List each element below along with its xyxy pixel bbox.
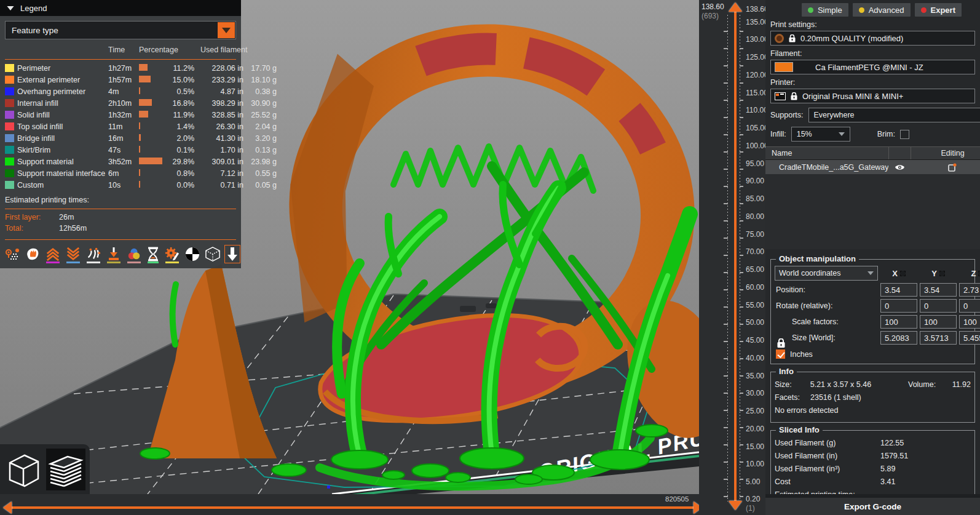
manip-value-input[interactable]: 3.5713 — [920, 331, 957, 345]
edit-object-icon[interactable] — [911, 163, 980, 172]
layer-tick-label: 45.00 — [746, 336, 764, 345]
manip-value-input[interactable]: 100 — [920, 315, 957, 329]
eye-icon[interactable] — [888, 164, 911, 171]
layer-slider-bottom-handle[interactable] — [729, 501, 742, 510]
manip-value-input[interactable]: 100 — [959, 315, 980, 329]
feature-percentage-bar — [139, 64, 162, 73]
seams-icon[interactable] — [86, 246, 101, 262]
manip-value-input[interactable]: 2.73 — [959, 283, 980, 297]
object-row[interactable]: CradleTMobile_...a5G_Gateway.stl — [765, 160, 980, 174]
inches-checkbox[interactable] — [776, 349, 785, 359]
color-changes-icon[interactable] — [127, 246, 141, 262]
pause-prints-icon[interactable] — [147, 246, 159, 262]
mode-button-expert[interactable]: Expert — [915, 3, 962, 17]
feature-filament-in: 0.71 in — [197, 181, 243, 190]
layer-tick-label: 40.00 — [746, 354, 764, 362]
axis-icon — [939, 271, 945, 276]
coordinates-select[interactable]: World coordinates — [775, 266, 878, 281]
infill-select[interactable]: 15% — [791, 127, 850, 142]
manip-value-input[interactable]: 0 — [959, 299, 980, 313]
tool-changes-icon[interactable] — [106, 246, 121, 262]
view-type-dropdown-button[interactable] — [218, 22, 235, 38]
layer-slider-current: 138.60 (693) — [701, 2, 724, 21]
feature-percentage-bar — [139, 158, 162, 166]
manip-value-input[interactable]: 0 — [880, 299, 917, 313]
brim-checkbox[interactable] — [900, 130, 909, 139]
feature-color-swatch — [5, 64, 14, 72]
export-gcode-button[interactable]: Export G-code — [765, 498, 980, 515]
feature-percent: 16.8% — [165, 99, 194, 108]
feature-label: Overhang perimeter — [17, 87, 106, 96]
legend-title-bar[interactable]: Legend — [0, 0, 241, 16]
retractions-icon[interactable] — [45, 246, 60, 262]
legend-feature-row: Bridge infill16m2.0%41.30 in3.20 g — [5, 132, 236, 144]
mode-dot-icon — [921, 7, 927, 13]
manip-value-input[interactable]: 5.4554 — [959, 331, 980, 345]
sliced-info-row: Cost3.41 — [775, 476, 971, 489]
move-slider-track[interactable] — [11, 506, 695, 509]
center-of-mass-icon[interactable] — [185, 246, 200, 262]
feature-percentage-bar — [139, 122, 162, 131]
estimated-times-title: Estimated printing times: — [5, 196, 236, 204]
manip-value-input[interactable]: 100 — [880, 315, 917, 329]
move-slider-value: 820505 — [665, 495, 689, 503]
move-slider-left-handle[interactable] — [3, 501, 12, 514]
manip-value-input[interactable]: 5.2083 — [880, 331, 917, 345]
feature-percent: 29.8% — [165, 158, 194, 166]
shells-icon[interactable] — [205, 246, 220, 262]
preview-view-button[interactable] — [46, 449, 85, 490]
percentage-bar-fill — [139, 87, 140, 94]
manip-value-input[interactable]: 3.54 — [880, 283, 917, 297]
axis-letter: Y — [931, 269, 937, 278]
feature-filament-in: 7.12 in — [197, 169, 243, 178]
tool-changes-underline — [107, 261, 121, 263]
layer-slider-top-handle[interactable] — [729, 2, 742, 12]
mode-button-simple[interactable]: Simple — [802, 3, 848, 17]
printer-combo[interactable]: Original Prusa MINI & MINI+ — [770, 89, 975, 103]
feature-filament-in: 328.85 in — [197, 111, 243, 119]
origin-marker — [327, 485, 330, 489]
object-list: Name Editing CradleTMobile_...a5G_Gatewa… — [765, 146, 980, 249]
feature-percentage-bar — [139, 76, 162, 84]
sliced-info-value: 5.89 — [880, 463, 895, 476]
tick-rail-left-major — [724, 15, 728, 501]
feature-color-swatch — [5, 181, 14, 189]
feature-filament-g: 0.55 g — [246, 169, 277, 178]
mode-button-advanced[interactable]: Advanced — [853, 3, 911, 17]
feature-color-swatch — [5, 76, 14, 84]
feature-time: 6m — [108, 169, 136, 178]
print-settings-combo[interactable]: 0.20mm QUALITY (modified) — [770, 31, 975, 46]
manip-value-input[interactable]: 0 — [920, 299, 957, 313]
sliced-info-row: Estimated printing time: — [775, 489, 971, 494]
manip-row-label: Position: — [775, 285, 878, 294]
editor-view-button[interactable] — [4, 449, 43, 490]
sliced-info-value: 122.55 — [880, 437, 904, 450]
layer-tick-label: 5.00 — [746, 477, 760, 486]
percentage-bar-fill — [139, 134, 141, 141]
legend-toggle-icon[interactable] — [226, 246, 239, 262]
divider — [5, 59, 236, 60]
filament-combo[interactable]: Ca FilamentPETG @MINI - JZ — [770, 60, 975, 74]
custom-gcodes-icon[interactable] — [165, 246, 180, 262]
supports-select[interactable]: Everywhere — [808, 108, 980, 122]
percentage-bar-fill — [139, 99, 152, 106]
col-time: Time — [108, 46, 136, 54]
deretractions-icon[interactable] — [66, 246, 81, 262]
feature-color-swatch — [5, 99, 14, 107]
wipe-icon[interactable] — [25, 246, 40, 262]
facets-value: 23516 (1 shell) — [810, 391, 861, 404]
layer-slider[interactable]: 138.60 (693) 138.60135.00130.00125.00120… — [699, 0, 765, 515]
percentage-bar-fill — [139, 64, 148, 71]
manip-row-label: Scale factors: — [775, 317, 878, 326]
scale-lock-icon[interactable] — [777, 338, 785, 350]
printer-icon — [775, 92, 786, 100]
horizontal-move-slider[interactable]: 820505 — [0, 494, 765, 515]
view-type-select[interactable]: Feature type — [5, 21, 236, 39]
travels-icon[interactable] — [5, 246, 20, 262]
divider — [5, 209, 236, 209]
layer-slider-track[interactable] — [734, 11, 737, 503]
manip-value-input[interactable]: 3.54 — [920, 283, 957, 297]
layer-tick-label: 0.20 — [746, 495, 760, 503]
printer-label: Printer: — [765, 77, 980, 89]
col-percentage: Percentage — [139, 46, 194, 54]
